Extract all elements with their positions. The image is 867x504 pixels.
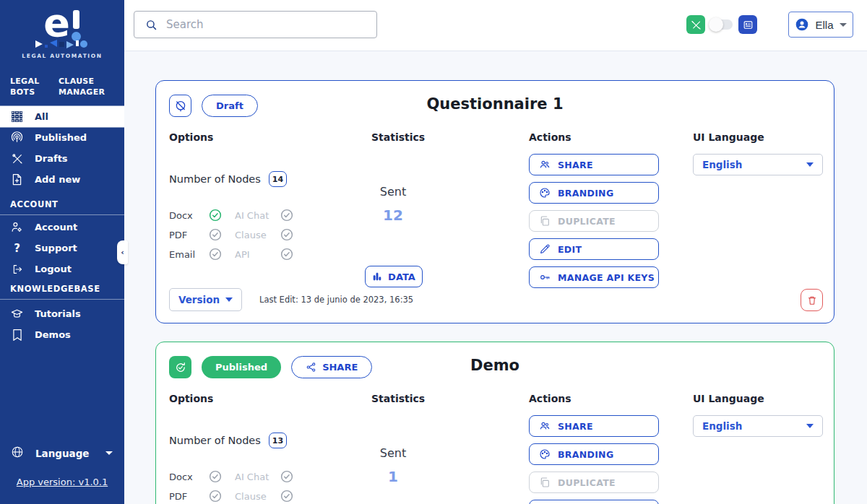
output-label-pdf: PDF [169, 230, 209, 240]
bar-chart-icon [372, 271, 382, 282]
search-box [134, 11, 377, 38]
version-select[interactable]: Version [169, 288, 242, 311]
sidebar: e LEGAL AUTOMATION LEGAL BOTS CLAUSE MAN… [0, 0, 124, 504]
output-label-api: API [235, 249, 280, 260]
logo-mark: e [0, 6, 124, 43]
sidebar-collapse-handle[interactable]: ‹ [117, 240, 128, 264]
tools-button[interactable] [686, 15, 705, 34]
edit-button[interactable]: EDIT [529, 238, 659, 260]
user-menu-button[interactable]: Ella [788, 12, 853, 38]
sent-value: 12 [350, 207, 436, 224]
sidebar-item-account[interactable]: Account [0, 217, 124, 238]
sidebar-item-all[interactable]: All [0, 106, 124, 127]
statistics-block: Sent 1 [350, 446, 436, 485]
section-header-account: ACCOUNT [10, 199, 59, 209]
logo-exclamation [72, 10, 81, 41]
delete-button[interactable] [801, 289, 823, 311]
branding-button-label: BRANDING [558, 188, 613, 199]
share-button[interactable]: SHARE [529, 154, 659, 175]
view-toggle[interactable] [711, 19, 733, 30]
duplicate-button[interactable]: DUPLICATE [529, 210, 659, 232]
sidebar-language-dropdown[interactable]: Language [0, 443, 124, 464]
share-button-label: SHARE [558, 421, 593, 432]
sidebar-item-tutorials[interactable]: Tutorials [0, 303, 124, 324]
search-input[interactable] [166, 18, 376, 31]
output-label-clause: Clause [235, 491, 280, 502]
sidebar-item-demos[interactable]: Demos [0, 324, 124, 345]
sidebar-item-label: Support [35, 243, 77, 253]
sidebar-item-label: Add new [35, 174, 80, 185]
output-options: Docx AI Chat PDF Clause Email API [169, 470, 302, 504]
tab-clause-manager[interactable]: CLAUSE MANAGER [59, 77, 124, 98]
check-circle-icon[interactable] [280, 248, 293, 261]
branding-button[interactable]: BRANDING [529, 182, 659, 204]
output-label-docx: Docx [169, 210, 209, 221]
nodes-count-badge: 14 [269, 171, 287, 187]
check-circle-icon[interactable] [209, 209, 222, 222]
sidebar-item-logout[interactable]: Logout [0, 258, 124, 279]
sent-value: 1 [350, 468, 436, 485]
check-circle-icon[interactable] [209, 228, 222, 241]
broadcast-icon [11, 131, 23, 144]
sidebar-item-label: All [35, 111, 48, 122]
people-icon [539, 159, 551, 170]
sent-label: Sent [350, 446, 436, 460]
sidebar-item-add-new[interactable]: Add new [0, 169, 124, 190]
card-title: Questionnaire 1 [156, 95, 834, 113]
sidebar-item-drafts[interactable]: Drafts [0, 148, 124, 169]
app-root: e LEGAL AUTOMATION LEGAL BOTS CLAUSE MAN… [0, 0, 867, 504]
output-label-email: Email [169, 249, 209, 260]
nodes-label: Number of Nodes [169, 435, 261, 446]
chevron-down-icon [840, 23, 847, 27]
check-circle-icon[interactable] [209, 490, 222, 503]
check-circle-icon[interactable] [280, 490, 293, 503]
edit-button[interactable]: EDIT [529, 500, 659, 504]
statistics-block: Sent 12 [350, 185, 436, 224]
app-version-link[interactable]: App version: v1.0.1 [0, 477, 124, 487]
version-label: Version [178, 294, 220, 305]
output-label-clause: Clause [235, 230, 280, 240]
actions-column: SHARE BRANDING DUPLICATE EDIT MANAGE API… [529, 154, 659, 288]
check-circle-icon[interactable] [280, 209, 293, 222]
output-options: Docx AI Chat PDF Clause Email API [169, 209, 302, 261]
output-label-docx: Docx [169, 472, 209, 482]
ui-language-select[interactable]: English [693, 415, 823, 437]
card-view-button[interactable] [738, 15, 757, 34]
logo-letter: e [43, 6, 69, 40]
duplicate-button-label: DUPLICATE [558, 216, 616, 227]
check-circle-icon[interactable] [209, 470, 222, 483]
palette-icon [539, 448, 551, 460]
grid-icon [11, 110, 23, 123]
check-circle-icon[interactable] [209, 248, 222, 261]
bot-card-demo: Published SHARE Demo Options Statistics … [155, 342, 834, 504]
check-circle-icon[interactable] [280, 470, 293, 483]
chevron-down-icon [225, 297, 233, 302]
duplicate-button[interactable]: DUPLICATE [529, 472, 659, 493]
file-plus-icon [11, 173, 23, 186]
sidebar-item-published[interactable]: Published [0, 127, 124, 148]
output-label-ai-chat: AI Chat [235, 472, 280, 482]
nodes-label: Number of Nodes [169, 173, 261, 185]
card-title: Demo [156, 357, 834, 374]
tab-legal-bots[interactable]: LEGAL BOTS [10, 77, 47, 98]
user-name: Ella [815, 19, 833, 31]
share-button[interactable]: SHARE [529, 415, 659, 437]
logo-shapes [0, 39, 124, 48]
share-button-label: SHARE [558, 160, 593, 170]
toggle-knob [709, 17, 723, 32]
branding-button[interactable]: BRANDING [529, 443, 659, 465]
check-circle-icon[interactable] [280, 228, 293, 241]
data-button[interactable]: DATA [365, 266, 423, 287]
sidebar-tabs: LEGAL BOTS CLAUSE MANAGER [0, 77, 124, 98]
divider [0, 214, 124, 215]
trash-icon [806, 295, 818, 306]
user-avatar-icon [795, 17, 809, 32]
ui-language-select[interactable]: English [693, 154, 823, 175]
manage-api-keys-button[interactable]: MANAGE API KEYS [529, 266, 659, 288]
bot-card-questionnaire-1: Draft Questionnaire 1 Options Statistics… [155, 80, 834, 323]
globe-icon [11, 446, 24, 461]
chevron-down-icon [806, 162, 814, 167]
sidebar-item-support[interactable]: ? Support [0, 238, 124, 258]
pencil-icon [539, 243, 551, 255]
manage-api-keys-label: MANAGE API KEYS [558, 272, 655, 283]
